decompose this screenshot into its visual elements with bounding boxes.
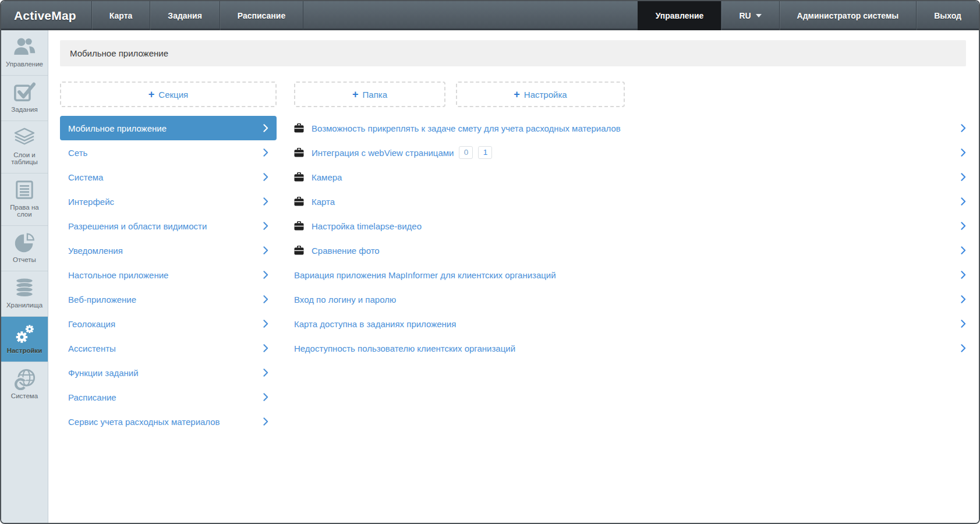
folder-row-5[interactable]: Сравнение фото	[294, 238, 966, 263]
sidebar-item-reports[interactable]: Отчеты	[1, 225, 48, 271]
toolbar: + Секция + Папка + Настройка	[60, 82, 966, 107]
count-badge: 0	[459, 146, 473, 159]
chevron-right-icon	[263, 173, 268, 181]
chevron-right-icon	[263, 148, 268, 157]
chevron-right-icon	[961, 295, 966, 303]
entry-label: Сравнение фото	[312, 246, 380, 256]
section-item-label: Уведомления	[68, 246, 123, 256]
folder-row-0[interactable]: Возможность прикреплять к задаче смету д…	[294, 116, 966, 140]
nav-item-management[interactable]: Управление	[638, 1, 721, 30]
add-setting-label: Настройка	[524, 90, 567, 100]
section-item-label: Сеть	[68, 148, 87, 158]
sidebar-item-label: Управление	[2, 61, 47, 68]
section-item-1[interactable]: Сеть	[60, 140, 277, 165]
folder-icon	[294, 172, 304, 182]
section-item-8[interactable]: Геолокация	[60, 311, 277, 336]
setting-row-6[interactable]: Вариация приложения MapInformer для клие…	[294, 263, 966, 287]
top-bar: ActiveMap КартаЗаданияРасписание Управле…	[1, 1, 979, 30]
sidebar-nav: УправлениеЗаданияСлои и таблицыПрава на …	[1, 30, 48, 407]
section-item-10[interactable]: Функции заданий	[60, 360, 277, 385]
nav-item-schedule[interactable]: Расписание	[220, 1, 303, 30]
sidebar-item-label: Настройки	[2, 347, 47, 354]
add-setting-button[interactable]: + Настройка	[456, 82, 625, 107]
folder-row-2[interactable]: Камера	[294, 165, 966, 189]
sidebar-item-system[interactable]: Система	[1, 362, 48, 407]
nav-item-label: Администратор системы	[797, 11, 899, 20]
chevron-right-icon	[263, 197, 268, 206]
sidebar-item-label: Отчеты	[2, 256, 47, 263]
sidebar-item-storage[interactable]: Хранилища	[1, 271, 48, 316]
tasks-icon	[2, 82, 47, 103]
entry-label: Вариация приложения MapInformer для клие…	[294, 270, 556, 280]
storage-icon	[2, 278, 47, 299]
chevron-right-icon	[263, 369, 268, 377]
folder-icon	[294, 221, 304, 231]
chevron-right-icon	[263, 124, 268, 132]
app-logo[interactable]: ActiveMap	[1, 1, 91, 30]
reports-icon	[2, 232, 47, 253]
entry-label: Интеграция с webView страницами	[312, 148, 454, 158]
app-window: ActiveMap КартаЗаданияРасписание Управле…	[0, 0, 980, 524]
nav-item-label: Управление	[656, 11, 704, 20]
chevron-right-icon	[263, 320, 268, 328]
folder-icon	[294, 123, 304, 133]
entry-label: Вход по логину и паролю	[294, 295, 396, 305]
nav-item-map[interactable]: Карта	[91, 1, 150, 30]
folder-icon	[294, 197, 304, 206]
section-item-12[interactable]: Сервис учета расходных материалов	[60, 409, 277, 434]
plus-icon: +	[514, 89, 520, 100]
users-icon	[2, 37, 47, 58]
sidebar-item-label: Задания	[2, 106, 47, 113]
sidebar-item-tasks[interactable]: Задания	[1, 75, 48, 121]
section-item-9[interactable]: Ассистенты	[60, 336, 277, 360]
folder-icon	[294, 148, 304, 157]
entry-list: Возможность прикреплять к задаче смету д…	[294, 116, 966, 360]
nav-item-account[interactable]: Администратор системы	[779, 1, 917, 30]
content-columns: Мобильное приложениеСетьСистемаИнтерфейс…	[60, 116, 966, 434]
nav-item-label: RU	[739, 11, 751, 20]
sidebar-item-layers-tables[interactable]: Слои и таблицы	[1, 121, 48, 173]
section-item-0[interactable]: Мобильное приложение	[60, 116, 277, 140]
section-item-11[interactable]: Расписание	[60, 385, 277, 409]
section-item-label: Ассистенты	[68, 344, 116, 353]
nav-item-logout[interactable]: Выход	[916, 1, 979, 30]
chevron-right-icon	[961, 173, 966, 181]
section-item-label: Геолокация	[68, 319, 115, 329]
setting-row-9[interactable]: Недоступность пользователю клиентских ор…	[294, 336, 966, 360]
layer-rights-icon	[2, 180, 47, 201]
nav-item-tasks[interactable]: Задания	[150, 1, 219, 30]
section-item-label: Система	[68, 172, 103, 182]
sidebar: УправлениеЗаданияСлои и таблицыПрава на …	[1, 30, 48, 523]
sidebar-item-label: Слои и таблицы	[2, 151, 47, 165]
section-item-5[interactable]: Уведомления	[60, 238, 277, 263]
add-folder-button[interactable]: + Папка	[294, 82, 445, 107]
add-section-button[interactable]: + Секция	[60, 82, 277, 107]
section-item-7[interactable]: Веб-приложение	[60, 287, 277, 311]
sidebar-item-settings[interactable]: Настройки	[1, 316, 48, 362]
chevron-right-icon	[961, 222, 966, 230]
section-item-6[interactable]: Настольное приложение	[60, 263, 277, 287]
entry-label: Недоступность пользователю клиентских ор…	[294, 344, 515, 353]
chevron-right-icon	[961, 320, 966, 328]
entry-label: Настройка timelapse-видео	[312, 221, 422, 231]
setting-row-7[interactable]: Вход по логину и паролю	[294, 287, 966, 311]
chevron-right-icon	[263, 271, 268, 279]
section-item-2[interactable]: Система	[60, 165, 277, 189]
sidebar-item-management[interactable]: Управление	[1, 30, 48, 75]
sidebar-item-layer-rights[interactable]: Права на слои	[1, 173, 48, 225]
folder-row-3[interactable]: Карта	[294, 189, 966, 214]
section-item-label: Настольное приложение	[68, 270, 168, 280]
section-item-4[interactable]: Разрешения и области видимости	[60, 214, 277, 238]
layers-icon	[2, 128, 47, 148]
chevron-right-icon	[263, 344, 268, 352]
chevron-right-icon	[961, 344, 966, 352]
chevron-right-icon	[961, 246, 966, 254]
folder-row-1[interactable]: Интеграция с webView страницами01	[294, 140, 966, 165]
section-item-label: Интерфейс	[68, 197, 114, 207]
folder-row-4[interactable]: Настройка timelapse-видео	[294, 214, 966, 238]
section-item-label: Функции заданий	[68, 368, 139, 378]
nav-item-language[interactable]: RU	[721, 1, 779, 30]
section-list: Мобильное приложениеСетьСистемаИнтерфейс…	[60, 116, 277, 434]
section-item-3[interactable]: Интерфейс	[60, 189, 277, 214]
setting-row-8[interactable]: Карта доступна в заданиях приложения	[294, 311, 966, 336]
